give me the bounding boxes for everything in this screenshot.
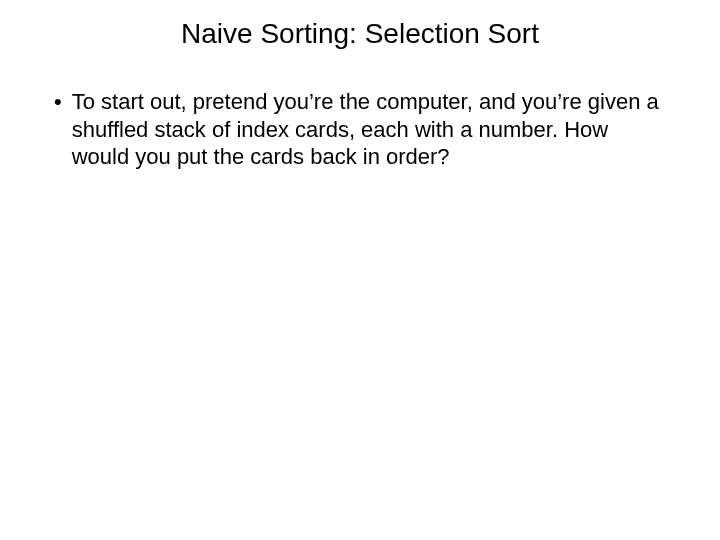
slide-title: Naive Sorting: Selection Sort — [90, 18, 630, 50]
slide-body: • To start out, pretend you’re the compu… — [50, 88, 670, 171]
bullet-item: • To start out, pretend you’re the compu… — [54, 88, 670, 171]
bullet-text: To start out, pretend you’re the compute… — [72, 88, 670, 171]
slide: Naive Sorting: Selection Sort • To start… — [0, 0, 720, 540]
bullet-marker-icon: • — [54, 88, 62, 116]
